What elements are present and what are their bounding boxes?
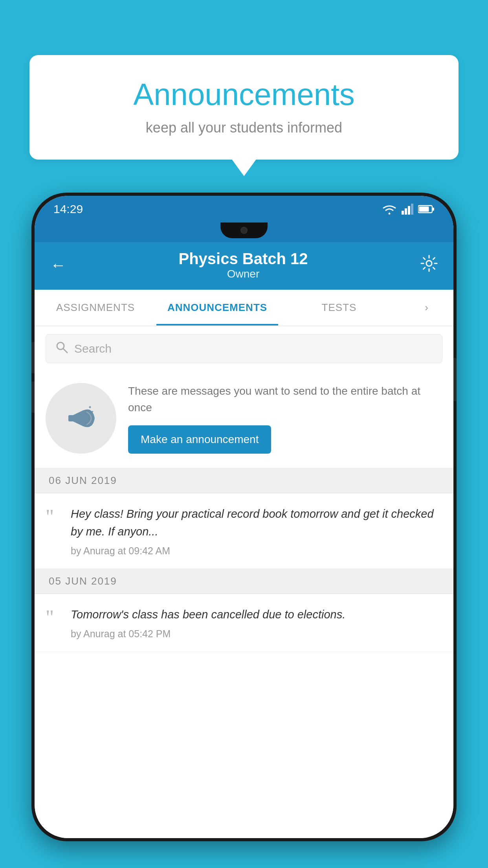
promo-section: ✦ ✦ These are messages you want to send …: [35, 371, 453, 468]
screen-content: Search: [35, 326, 453, 838]
search-placeholder: Search: [74, 342, 112, 355]
owner-label: Owner: [66, 268, 420, 280]
tab-announcements[interactable]: ANNOUNCEMENTS: [156, 290, 278, 326]
search-icon: [55, 341, 68, 357]
wifi-icon: [382, 204, 397, 215]
svg-rect-0: [402, 211, 404, 215]
svg-rect-5: [432, 208, 434, 211]
tabs: ASSIGNMENTS ANNOUNCEMENTS TESTS ›: [35, 290, 453, 326]
tab-tests[interactable]: TESTS: [278, 290, 400, 326]
svg-text:✦: ✦: [91, 410, 94, 414]
announcement-text-1: Hey class! Bring your practical record b…: [71, 505, 442, 541]
search-svg: [55, 341, 68, 353]
notch-bar: [35, 223, 453, 242]
quote-icon-1: ": [46, 507, 61, 527]
promo-right: These are messages you want to send to t…: [128, 383, 442, 454]
date-separator-1: 06 JUN 2019: [35, 468, 453, 493]
search-bar[interactable]: Search: [46, 334, 442, 363]
speech-bubble: Announcements keep all your students inf…: [29, 55, 459, 160]
announcements-title: Announcements: [53, 77, 435, 112]
announcement-text-2: Tomorrow's class has been cancelled due …: [71, 606, 442, 623]
status-bar: 14:29: [35, 196, 453, 223]
phone-inner: 14:29: [35, 196, 453, 838]
quote-icon-2: ": [46, 607, 61, 628]
gear-svg: [420, 255, 438, 272]
svg-rect-11: [68, 415, 74, 421]
phone-mockup: 14:29: [31, 193, 457, 841]
search-container: Search: [35, 326, 453, 371]
svg-rect-3: [411, 204, 413, 215]
status-time: 14:29: [53, 202, 83, 216]
svg-line-9: [63, 349, 67, 353]
power-button: [453, 358, 457, 401]
announcement-meta-2: by Anurag at 05:42 PM: [71, 628, 442, 640]
announcement-meta-1: by Anurag at 09:42 AM: [71, 545, 442, 557]
make-announcement-button[interactable]: Make an announcement: [128, 425, 271, 454]
date-separator-2: 05 JUN 2019: [35, 569, 453, 594]
phone-outer: 14:29: [31, 193, 457, 841]
promo-icon-circle: ✦ ✦: [46, 383, 116, 454]
announcement-item-2[interactable]: " Tomorrow's class has been cancelled du…: [35, 594, 453, 652]
tab-assignments[interactable]: ASSIGNMENTS: [35, 290, 156, 326]
back-button[interactable]: ←: [50, 256, 66, 274]
svg-rect-2: [408, 206, 410, 215]
battery-icon: [418, 205, 435, 213]
megaphone-icon: ✦ ✦: [61, 399, 101, 438]
announcement-content-1: Hey class! Bring your practical record b…: [71, 505, 442, 557]
announcement-item-1[interactable]: " Hey class! Bring your practical record…: [35, 493, 453, 569]
header-title-area: Physics Batch 12 Owner: [66, 250, 420, 280]
app-header: ← Physics Batch 12 Owner: [35, 242, 453, 290]
notch: [220, 223, 268, 238]
announcements-subtitle: keep all your students informed: [53, 120, 435, 136]
svg-rect-1: [405, 208, 407, 215]
volume-down-button: [31, 381, 35, 413]
batch-title: Physics Batch 12: [66, 250, 420, 268]
signal-icon: [402, 204, 413, 215]
status-icons: [382, 204, 435, 215]
speech-bubble-container: Announcements keep all your students inf…: [29, 55, 459, 160]
svg-point-7: [426, 261, 432, 266]
svg-rect-6: [419, 207, 429, 212]
svg-text:✦: ✦: [88, 405, 92, 410]
promo-description: These are messages you want to send to t…: [128, 383, 442, 416]
tab-more[interactable]: ›: [400, 290, 453, 326]
settings-icon[interactable]: [420, 255, 438, 276]
camera: [240, 227, 248, 234]
announcement-content-2: Tomorrow's class has been cancelled due …: [71, 606, 442, 640]
volume-up-button: [31, 342, 35, 373]
svg-marker-10: [73, 410, 83, 426]
phone-screen: 14:29: [35, 196, 453, 838]
